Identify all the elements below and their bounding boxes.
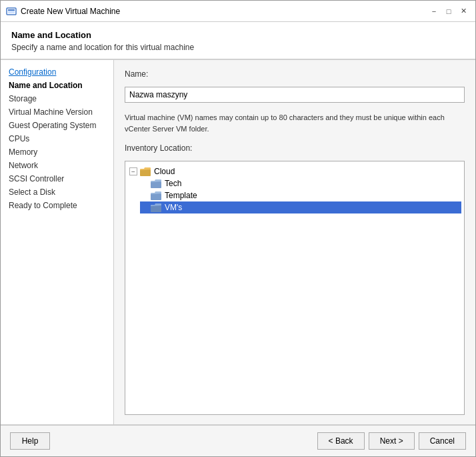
cancel-button[interactable]: Cancel (419, 432, 466, 450)
inventory-tree[interactable]: − Cloud (125, 161, 465, 415)
close-button[interactable]: ✕ (457, 5, 470, 18)
footer: Help < Back Next > Cancel (1, 424, 475, 456)
name-input[interactable] (125, 87, 465, 103)
main-panel: Name: Virtual machine (VM) names may con… (114, 60, 475, 424)
folder-icon-cloud (140, 167, 151, 176)
sidebar: Configuration Name and Location Storage … (1, 60, 114, 424)
vms-label: VM's (165, 203, 182, 212)
sidebar-item-storage[interactable]: Storage (1, 92, 113, 105)
cloud-children: Tech Template (128, 177, 461, 213)
title-bar: Create New Virtual Machine − □ ✕ (1, 1, 475, 22)
page-header: Name and Location Specify a name and loc… (1, 22, 475, 60)
cloud-label: Cloud (154, 167, 175, 176)
sidebar-item-cpus[interactable]: CPUs (1, 132, 113, 145)
svg-rect-5 (151, 193, 161, 200)
back-button[interactable]: < Back (317, 432, 365, 450)
help-button[interactable]: Help (10, 432, 50, 450)
tree-node-template[interactable]: Template (140, 189, 461, 201)
tree-node-vms[interactable]: VM's (140, 201, 461, 213)
minimize-button[interactable]: − (427, 5, 441, 18)
tree-node-cloud[interactable]: − Cloud (128, 165, 461, 177)
folder-icon-template (151, 191, 161, 200)
window-icon (6, 6, 17, 17)
sidebar-item-guest-os[interactable]: Guest Operating System (1, 119, 113, 132)
svg-rect-4 (151, 181, 161, 188)
svg-rect-3 (140, 169, 151, 176)
window-controls: − □ ✕ (427, 5, 470, 18)
sidebar-item-network[interactable]: Network (1, 159, 113, 172)
svg-rect-2 (8, 9, 15, 11)
footer-right: < Back Next > Cancel (317, 432, 466, 450)
inventory-label: Inventory Location: (125, 143, 465, 153)
tree-node-tech[interactable]: Tech (140, 177, 461, 189)
name-field-label: Name: (125, 69, 465, 79)
sidebar-item-select-disk[interactable]: Select a Disk (1, 185, 113, 199)
svg-rect-6 (151, 205, 161, 212)
page-title: Name and Location (11, 30, 465, 40)
template-label: Template (165, 191, 197, 200)
sidebar-item-ready[interactable]: Ready to Complete (1, 199, 113, 212)
main-window: Create New Virtual Machine − □ ✕ Name an… (0, 0, 476, 457)
expand-cloud[interactable]: − (129, 167, 137, 175)
content-area: Configuration Name and Location Storage … (1, 60, 475, 424)
sidebar-item-vm-version[interactable]: Virtual Machine Version (1, 105, 113, 119)
sidebar-item-memory[interactable]: Memory (1, 145, 113, 159)
maximize-button[interactable]: □ (442, 5, 455, 18)
sidebar-item-name-location[interactable]: Name and Location (1, 79, 113, 92)
window-title: Create New Virtual Machine (21, 7, 423, 16)
info-text: Virtual machine (VM) names may contain u… (125, 108, 465, 138)
sidebar-item-configuration[interactable]: Configuration (1, 65, 113, 79)
tech-label: Tech (165, 179, 181, 188)
next-button[interactable]: Next > (369, 432, 415, 450)
page-subtitle: Specify a name and location for this vir… (11, 43, 465, 52)
folder-icon-tech (151, 179, 161, 188)
sidebar-item-scsi-controller[interactable]: SCSI Controller (1, 172, 113, 185)
folder-icon-vms (151, 203, 161, 212)
